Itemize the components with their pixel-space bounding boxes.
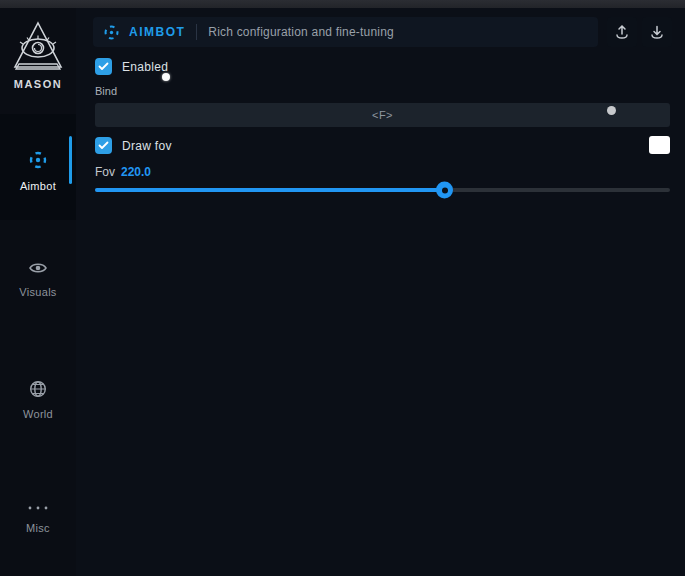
- bind-label: Bind: [95, 85, 117, 97]
- eye-icon: [28, 260, 48, 280]
- fov-label-row: Fov 220.0: [95, 165, 151, 179]
- cursor-dot: [607, 106, 616, 115]
- crosshair-icon: [103, 24, 120, 41]
- page-subtitle: Rich configuration and fine-tuning: [208, 25, 394, 39]
- enabled-checkbox[interactable]: [95, 58, 112, 75]
- app-logo-label: MASON: [0, 78, 76, 90]
- page-header: AIMBOT Rich configuration and fine-tunin…: [93, 17, 598, 47]
- mason-eye-pyramid-icon: [0, 20, 76, 76]
- upload-config-button[interactable]: [607, 17, 637, 47]
- draw-fov-label: Draw fov: [122, 139, 172, 153]
- crosshair-icon: [28, 150, 48, 174]
- fov-slider-fill: [95, 188, 444, 192]
- page-title: AIMBOT: [129, 25, 185, 39]
- download-icon: [649, 24, 665, 40]
- sidebar-item-visuals[interactable]: Visuals: [0, 260, 76, 298]
- sidebar-item-misc[interactable]: Misc: [0, 498, 76, 534]
- upload-icon: [614, 24, 630, 40]
- sidebar-item-label: Misc: [0, 522, 76, 534]
- app-logo: MASON: [0, 20, 76, 90]
- draw-fov-color-swatch[interactable]: [649, 136, 670, 154]
- check-icon: [98, 141, 109, 150]
- sidebar-item-world[interactable]: World: [0, 380, 76, 420]
- bind-key-value: <F>: [372, 109, 393, 121]
- enabled-row: Enabled: [95, 58, 168, 75]
- active-indicator-bar: [69, 136, 72, 184]
- sidebar: MASON Aimbot Visuals World: [0, 8, 76, 576]
- cursor-dot: [162, 73, 170, 81]
- sidebar-item-label: Aimbot: [0, 180, 76, 192]
- sidebar-item-label: Visuals: [0, 286, 76, 298]
- download-config-button[interactable]: [642, 17, 672, 47]
- window-top-strip: [0, 0, 685, 8]
- enabled-label: Enabled: [122, 60, 168, 74]
- fov-value: 220.0: [121, 165, 151, 179]
- draw-fov-row: Draw fov: [95, 137, 172, 154]
- header-divider: [196, 24, 197, 40]
- check-icon: [98, 62, 109, 71]
- draw-fov-checkbox[interactable]: [95, 137, 112, 154]
- sidebar-item-aimbot[interactable]: Aimbot: [0, 114, 76, 220]
- sidebar-item-label: World: [0, 408, 76, 420]
- fov-slider[interactable]: [95, 182, 670, 198]
- main-panel: AIMBOT Rich configuration and fine-tunin…: [76, 8, 685, 576]
- ellipsis-icon: [27, 498, 49, 516]
- fov-slider-handle[interactable]: [436, 182, 453, 199]
- globe-icon: [29, 380, 47, 402]
- fov-label: Fov: [95, 165, 115, 179]
- bind-key-button[interactable]: <F>: [95, 103, 670, 127]
